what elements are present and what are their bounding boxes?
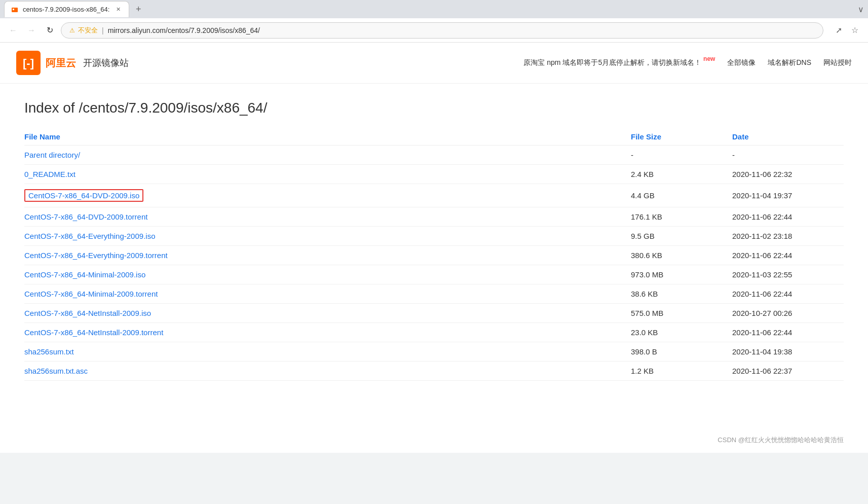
file-link[interactable]: CentOS-7-x86_64-Minimal-2009.iso	[24, 270, 145, 279]
address-bar-actions: ➚ ☆	[832, 23, 862, 38]
col-header-name: File Name	[24, 128, 631, 146]
file-date-cell: 2020-10-27 00:26	[732, 304, 844, 323]
file-link[interactable]: sha256sum.txt	[24, 347, 74, 356]
col-header-date: Date	[732, 128, 844, 146]
file-size-cell: 38.6 KB	[631, 284, 732, 304]
file-size-cell: 2.4 KB	[631, 165, 732, 184]
browser-frame: centos-7.9.2009-isos-x86_64: ✕ + ∨ ← → ↻…	[0, 0, 868, 504]
logo-text: 阿里云	[46, 56, 76, 70]
file-name-cell: CentOS-7-x86_64-NetInstall-2009.torrent	[24, 323, 631, 342]
address-bar: ← → ↻ ⚠ 不安全 | mirrors.aliyun.com/centos/…	[0, 18, 868, 43]
file-link[interactable]: sha256sum.txt.asc	[24, 367, 88, 375]
nav-link-time[interactable]: 网站授时	[823, 58, 852, 67]
table-row: sha256sum.txt.asc1.2 KB2020-11-06 22:37	[24, 362, 844, 381]
bookmark-button[interactable]: ☆	[848, 23, 862, 38]
file-name-cell: CentOS-7-x86_64-Minimal-2009.torrent	[24, 284, 631, 304]
file-name-cell: CentOS-7-x86_64-DVD-2009.iso	[24, 184, 631, 207]
file-size-cell: 9.5 GB	[631, 227, 732, 246]
security-warning-text: 不安全	[78, 26, 98, 35]
page-title: Index of /centos/7.9.2009/isos/x86_64/	[24, 100, 844, 116]
tab-bar: centos-7.9.2009-isos-x86_64: ✕ + ∨	[0, 0, 868, 18]
file-link[interactable]: Parent directory/	[24, 151, 80, 159]
file-date-cell: 2020-11-04 19:37	[732, 184, 844, 207]
tab-title: centos-7.9.2009-isos-x86_64:	[23, 6, 109, 13]
file-date-cell: 2020-11-06 22:44	[732, 207, 844, 227]
file-size-cell: 380.6 KB	[631, 246, 732, 265]
table-row: Parent directory/--	[24, 146, 844, 165]
file-name-cell: 0_README.txt	[24, 165, 631, 184]
file-name-cell: CentOS-7-x86_64-Everything-2009.iso	[24, 227, 631, 246]
file-name-cell: sha256sum.txt	[24, 342, 631, 362]
nav-link-dns[interactable]: 域名解析DNS	[768, 58, 811, 67]
file-size-cell: -	[631, 146, 732, 165]
file-link[interactable]: CentOS-7-x86_64-NetInstall-2009.torrent	[24, 328, 163, 337]
announcement-text: 原淘宝 npm 域名即将于5月底停止解析，请切换新域名！ new	[523, 58, 715, 67]
file-name-cell: CentOS-7-x86_64-NetInstall-2009.iso	[24, 304, 631, 323]
file-size-cell: 973.0 MB	[631, 265, 732, 284]
back-button[interactable]: ←	[6, 23, 20, 38]
file-date-cell: 2020-11-06 22:32	[732, 165, 844, 184]
svg-rect-1	[13, 9, 14, 10]
header-nav: 原淘宝 npm 域名即将于5月底停止解析，请切换新域名！ new 全部镜像 域名…	[523, 58, 852, 67]
site-header: [-] 阿里云 开源镜像站 原淘宝 npm 域名即将于5月底停止解析，请切换新域…	[0, 43, 868, 84]
table-row: CentOS-7-x86_64-Minimal-2009.iso973.0 MB…	[24, 265, 844, 284]
tab-close-button[interactable]: ✕	[114, 5, 123, 14]
table-body: Parent directory/--0_README.txt2.4 KB202…	[24, 146, 844, 381]
file-link[interactable]: CentOS-7-x86_64-Everything-2009.iso	[24, 232, 155, 240]
announcement-content: 原淘宝 npm 域名即将于5月底停止解析，请切换新域名！	[523, 58, 701, 66]
file-link[interactable]: CentOS-7-x86_64-Everything-2009.torrent	[24, 251, 168, 260]
security-warning-icon: ⚠	[69, 27, 75, 34]
tab-favicon	[11, 6, 19, 14]
file-date-cell: -	[732, 146, 844, 165]
file-date-cell: 2020-11-06 22:37	[732, 362, 844, 381]
table-row: 0_README.txt2.4 KB2020-11-06 22:32	[24, 165, 844, 184]
file-size-cell: 176.1 KB	[631, 207, 732, 227]
share-button[interactable]: ➚	[832, 23, 846, 38]
tab-bar-overflow[interactable]: ∨	[858, 5, 864, 14]
table-row: CentOS-7-x86_64-DVD-2009.torrent176.1 KB…	[24, 207, 844, 227]
active-tab[interactable]: centos-7.9.2009-isos-x86_64: ✕	[4, 1, 129, 17]
table-row: CentOS-7-x86_64-Minimal-2009.torrent38.6…	[24, 284, 844, 304]
url-text: mirrors.aliyun.com/centos/7.9.2009/isos/…	[108, 26, 260, 34]
new-tab-button[interactable]: +	[131, 2, 145, 16]
file-link[interactable]: 0_README.txt	[24, 170, 76, 178]
table-row: CentOS-7-x86_64-Everything-2009.iso9.5 G…	[24, 227, 844, 246]
file-size-cell: 575.0 MB	[631, 304, 732, 323]
file-date-cell: 2020-11-06 22:44	[732, 246, 844, 265]
url-separator: |	[102, 26, 104, 34]
site-footer: CSDN @红红火火恍恍惚惚哈哈哈哈黄浩恒	[0, 427, 868, 453]
file-size-cell: 1.2 KB	[631, 362, 732, 381]
nav-link-all-mirrors[interactable]: 全部镜像	[727, 58, 756, 67]
file-size-cell: 4.4 GB	[631, 184, 732, 207]
table-row: CentOS-7-x86_64-DVD-2009.iso4.4 GB2020-1…	[24, 184, 844, 207]
table-header-row: File Name File Size Date	[24, 128, 844, 146]
file-size-cell: 23.0 KB	[631, 323, 732, 342]
file-name-cell: sha256sum.txt.asc	[24, 362, 631, 381]
file-name-cell: Parent directory/	[24, 146, 631, 165]
file-name-cell: CentOS-7-x86_64-Minimal-2009.iso	[24, 265, 631, 284]
file-link[interactable]: CentOS-7-x86_64-NetInstall-2009.iso	[24, 309, 151, 317]
svg-rect-0	[12, 8, 18, 12]
file-link[interactable]: CentOS-7-x86_64-DVD-2009.torrent	[24, 212, 147, 221]
site-name: 开源镜像站	[83, 57, 129, 69]
forward-button[interactable]: →	[24, 23, 39, 38]
svg-text:[-]: [-]	[23, 57, 34, 69]
col-header-size: File Size	[631, 128, 732, 146]
file-name-cell: CentOS-7-x86_64-Everything-2009.torrent	[24, 246, 631, 265]
file-link[interactable]: CentOS-7-x86_64-DVD-2009.iso	[24, 189, 143, 202]
file-size-cell: 398.0 B	[631, 342, 732, 362]
url-bar[interactable]: ⚠ 不安全 | mirrors.aliyun.com/centos/7.9.20…	[61, 22, 823, 39]
table-row: sha256sum.txt398.0 B2020-11-04 19:38	[24, 342, 844, 362]
refresh-button[interactable]: ↻	[43, 23, 57, 38]
new-badge: new	[703, 55, 715, 62]
main-content: Index of /centos/7.9.2009/isos/x86_64/ F…	[0, 84, 868, 397]
file-table: File Name File Size Date Parent director…	[24, 128, 844, 381]
file-date-cell: 2020-11-06 22:44	[732, 323, 844, 342]
file-date-cell: 2020-11-02 23:18	[732, 227, 844, 246]
footer-text: CSDN @红红火火恍恍惚惚哈哈哈哈黄浩恒	[718, 436, 844, 444]
file-name-cell: CentOS-7-x86_64-DVD-2009.torrent	[24, 207, 631, 227]
table-row: CentOS-7-x86_64-NetInstall-2009.iso575.0…	[24, 304, 844, 323]
site-content: [-] 阿里云 开源镜像站 原淘宝 npm 域名即将于5月底停止解析，请切换新域…	[0, 43, 868, 453]
file-link[interactable]: CentOS-7-x86_64-Minimal-2009.torrent	[24, 290, 158, 298]
table-row: CentOS-7-x86_64-Everything-2009.torrent3…	[24, 246, 844, 265]
